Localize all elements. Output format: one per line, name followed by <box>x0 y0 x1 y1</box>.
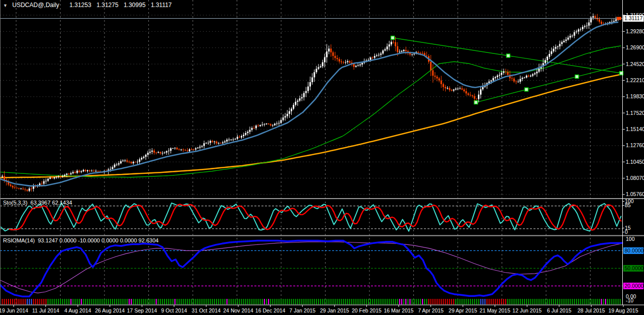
symbol-dropdown-icon[interactable]: ▼ <box>3 3 8 8</box>
trading-chart-window: 1.315901.292801.269001.245201.222101.198… <box>0 0 644 315</box>
stochastic-panel-plot[interactable] <box>0 200 622 235</box>
price-axis[interactable] <box>622 0 644 305</box>
main-chart-plot[interactable] <box>0 0 622 198</box>
time-axis[interactable] <box>0 305 644 315</box>
panel-separator <box>0 235 644 236</box>
rsioma-panel-plot[interactable] <box>0 237 622 304</box>
panel-separator <box>0 198 644 199</box>
